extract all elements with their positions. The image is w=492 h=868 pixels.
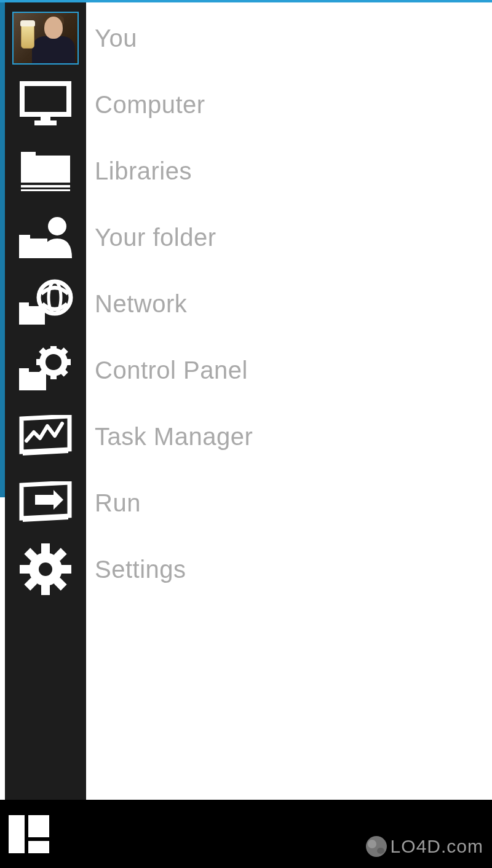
svg-rect-0	[22, 84, 69, 114]
menu-item-network[interactable]: Network	[86, 270, 492, 337]
start-tiles-icon	[28, 841, 49, 853]
menu-item-label: Settings	[95, 556, 186, 583]
settings-icon	[20, 543, 71, 595]
svg-point-16	[48, 357, 59, 368]
svg-point-9	[48, 217, 66, 235]
control-panel-icon	[18, 346, 73, 394]
sidebar-item-your-folder[interactable]	[5, 204, 86, 270]
svg-rect-28	[41, 585, 50, 595]
menu-item-label: Libraries	[95, 157, 192, 185]
start-button[interactable]	[9, 815, 49, 853]
svg-rect-1	[41, 114, 50, 120]
menu-item-control-panel[interactable]: Control Panel	[86, 337, 492, 403]
taskbar[interactable]: LO4D.com	[0, 800, 492, 868]
sidebar-item-computer[interactable]	[5, 71, 86, 138]
menu-item-run[interactable]: Run	[86, 470, 492, 536]
svg-rect-29	[20, 565, 30, 574]
svg-rect-20	[36, 359, 44, 365]
sidebar-item-settings[interactable]	[5, 536, 86, 602]
computer-icon	[20, 81, 71, 128]
svg-rect-27	[41, 543, 50, 553]
menu-item-label: Task Manager	[95, 423, 253, 451]
avatar[interactable]	[12, 12, 79, 65]
svg-rect-3	[21, 156, 70, 183]
menu-item-your-folder[interactable]: Your folder	[86, 204, 492, 270]
menu-item-task-manager[interactable]: Task Manager	[86, 403, 492, 470]
svg-rect-18	[50, 346, 57, 352]
svg-rect-19	[50, 372, 57, 379]
globe-icon	[366, 836, 387, 857]
libraries-icon	[18, 151, 73, 191]
run-icon	[18, 481, 73, 524]
menu-labels: You Computer Libraries Your folder Netwo…	[86, 2, 492, 800]
svg-rect-21	[63, 359, 71, 365]
sidebar-item-control-panel[interactable]	[5, 337, 86, 403]
svg-rect-11	[19, 302, 29, 307]
sidebar-item-task-manager[interactable]	[5, 403, 86, 470]
start-tiles-icon	[28, 815, 49, 837]
network-icon	[18, 279, 73, 328]
user-folder-icon	[18, 214, 73, 261]
sidebar-item-run[interactable]	[5, 470, 86, 536]
svg-rect-30	[62, 565, 71, 574]
menu-item-label: You	[95, 25, 137, 52]
start-tiles-icon	[9, 815, 25, 853]
svg-rect-6	[21, 189, 70, 191]
svg-rect-15	[19, 368, 29, 373]
svg-point-35	[39, 562, 52, 576]
watermark-text: LO4D.com	[391, 836, 483, 857]
menu-item-libraries[interactable]: Libraries	[86, 138, 492, 204]
svg-rect-5	[21, 185, 70, 187]
svg-rect-8	[19, 235, 30, 240]
menu-item-label: Computer	[95, 91, 205, 119]
menu-item-you[interactable]: You	[86, 5, 492, 71]
svg-rect-2	[34, 120, 57, 125]
svg-rect-4	[21, 152, 36, 157]
menu-item-computer[interactable]: Computer	[86, 71, 492, 138]
window-left-border	[0, 2, 5, 497]
start-menu-panel: You Computer Libraries Your folder Netwo…	[5, 2, 492, 800]
sidebar-item-network[interactable]	[5, 270, 86, 337]
sidebar-item-libraries[interactable]	[5, 138, 86, 204]
menu-item-settings[interactable]: Settings	[86, 536, 492, 602]
menu-item-label: Control Panel	[95, 357, 248, 384]
task-manager-icon	[18, 415, 73, 458]
menu-item-label: Run	[95, 489, 141, 517]
watermark: LO4D.com	[366, 836, 483, 857]
menu-item-label: Network	[95, 290, 187, 318]
sidebar-item-you[interactable]	[5, 5, 86, 71]
menu-item-label: Your folder	[95, 224, 216, 251]
sidebar	[5, 2, 86, 800]
